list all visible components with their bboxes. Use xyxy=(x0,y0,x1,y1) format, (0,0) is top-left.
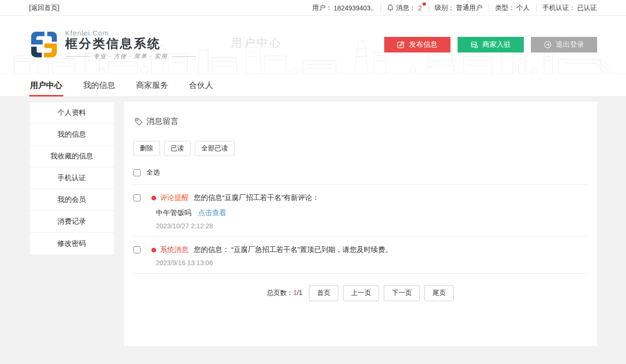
topbar-phone-auth: 手机认证： 已认证 xyxy=(536,4,597,12)
current-page: 1 xyxy=(293,289,297,296)
header: Kfenlei.Com 框分类信息系统 专业 · 方便 · 简单 · 实用 用户… xyxy=(0,16,626,74)
tag-icon xyxy=(134,117,143,126)
user-value: 1824939403.. xyxy=(334,4,374,12)
sidebar-item-profile[interactable]: 个人资料 xyxy=(30,102,114,124)
topbar-level: 级别： 普通用户 xyxy=(428,4,489,12)
type-value: 个人 xyxy=(517,4,530,12)
next-page-button[interactable]: 下一页 xyxy=(384,285,420,301)
topbar-user: 用户： 1824939403.. xyxy=(306,4,380,12)
type-label: 类型： xyxy=(495,4,515,12)
unread-dot-icon xyxy=(151,248,156,252)
panel-title: 消息留言 xyxy=(134,116,588,127)
main-nav: 用户中心 我的信息 商家服务 合伙人 xyxy=(0,74,626,97)
tab-user-center[interactable]: 用户中心 xyxy=(29,74,63,96)
message-row-comment: 评论提醒 您的信息“豆腐厂招工若干名”有新评论： 中午管饭吗 点击查看 2023… xyxy=(133,185,588,237)
topbar-type: 类型： 个人 xyxy=(489,4,536,12)
bell-icon xyxy=(387,4,394,11)
back-home-link[interactable]: [返回首页] xyxy=(29,4,60,12)
logo-icon xyxy=(29,30,59,59)
message-toolbar: 删除 已读 全部已读 xyxy=(133,141,588,156)
message-row-system: 系统消息 您的信息： “豆腐厂急招工若干名”置顶已到期，请您及时续费。 2023… xyxy=(133,237,588,274)
first-page-button[interactable]: 首页 xyxy=(309,285,338,301)
prev-page-button[interactable]: 上一页 xyxy=(343,285,379,301)
total-pages-label: 总页数：1/1 xyxy=(267,289,302,297)
topbar-user-info: 用户： 1824939403.. 消息： 2 级别： 普通用户 类型： xyxy=(306,4,597,12)
message-text: 您的信息： “豆腐厂急招工若干名”置顶已到期，请您及时续费。 xyxy=(194,245,392,254)
delete-button[interactable]: 删除 xyxy=(133,141,160,156)
message-date: 2023/10/27 2:12:28 xyxy=(156,222,588,230)
pagination: 总页数：1/1 首页 上一页 下一页 尾页 xyxy=(133,285,588,301)
message-count-badge: 2 xyxy=(418,4,422,12)
edit-icon xyxy=(397,41,405,49)
store-icon xyxy=(470,41,478,49)
message-text: 您的信息“豆腐厂招工若干名”有新评论： xyxy=(194,193,319,202)
sidebar-item-phone-auth[interactable]: 手机认证 xyxy=(30,167,114,189)
last-page-button[interactable]: 尾页 xyxy=(424,285,454,301)
message-reply: 中午管饭吗 xyxy=(156,208,192,217)
view-comment-link[interactable]: 点击查看 xyxy=(198,208,227,217)
message-date: 2023/9/16 13:13:06 xyxy=(156,259,588,267)
sidebar-item-spending-records[interactable]: 消费记录 xyxy=(30,211,114,233)
topbar: [返回首页] 用户： 1824939403.. 消息： 2 级别： 普通用户 xyxy=(0,0,626,16)
tab-merchant-services[interactable]: 商家服务 xyxy=(135,74,169,96)
user-label: 用户： xyxy=(312,4,332,12)
notification-dot-icon xyxy=(423,2,426,6)
site-logo[interactable]: Kfenlei.Com 框分类信息系统 专业 · 方便 · 简单 · 实用 xyxy=(29,29,196,61)
logo-title: 框分类信息系统 xyxy=(65,37,196,51)
sidebar: 个人资料 我的信息 我收藏的信息 手机认证 我的会员 消费记录 修改密码 xyxy=(29,102,115,255)
level-label: 级别： xyxy=(435,4,455,12)
sidebar-item-change-password[interactable]: 修改密码 xyxy=(30,233,114,254)
level-value: 普通用户 xyxy=(456,4,483,12)
message-checkbox[interactable] xyxy=(133,246,141,253)
select-all-label: 全选 xyxy=(147,168,160,177)
tab-my-info[interactable]: 我的信息 xyxy=(82,74,116,96)
message-tag: 系统消息 xyxy=(160,245,189,254)
phone-auth-label: 手机认证： xyxy=(543,4,576,12)
publish-info-button[interactable]: 发布信息 xyxy=(384,37,450,52)
unread-dot-icon xyxy=(151,196,156,200)
phone-auth-value: 已认证 xyxy=(577,4,597,12)
message-checkbox[interactable] xyxy=(133,194,141,201)
sidebar-item-my-info[interactable]: 我的信息 xyxy=(30,124,114,146)
logout-icon xyxy=(544,41,552,49)
mark-read-button[interactable]: 已读 xyxy=(164,141,191,156)
logo-tagline: 专业 · 方便 · 简单 · 实用 xyxy=(65,52,196,61)
message-label: 消息： xyxy=(396,4,416,12)
message-tag: 评论提醒 xyxy=(160,193,189,202)
tab-partner[interactable]: 合伙人 xyxy=(188,74,214,96)
select-all-checkbox[interactable] xyxy=(133,169,141,176)
select-all-row: 全选 xyxy=(133,168,588,185)
logo-domain: Kfenlei.Com xyxy=(65,29,196,37)
total-pages: 1 xyxy=(299,289,302,296)
merchant-join-button[interactable]: 商家入驻 xyxy=(458,37,524,52)
mark-all-read-button[interactable]: 全部已读 xyxy=(195,141,235,156)
sidebar-item-favorites[interactable]: 我收藏的信息 xyxy=(30,146,114,167)
panel-title-text: 消息留言 xyxy=(147,116,179,127)
sidebar-item-membership[interactable]: 我的会员 xyxy=(30,189,114,211)
messages-panel: 消息留言 删除 已读 全部已读 全选 评论提醒 您的信息“豆腐厂招工若干名”有新… xyxy=(124,102,597,346)
topbar-messages[interactable]: 消息： 2 xyxy=(380,4,428,12)
logout-button[interactable]: 退出登录 xyxy=(531,37,597,52)
header-watermark: 用户中心 xyxy=(231,35,282,50)
